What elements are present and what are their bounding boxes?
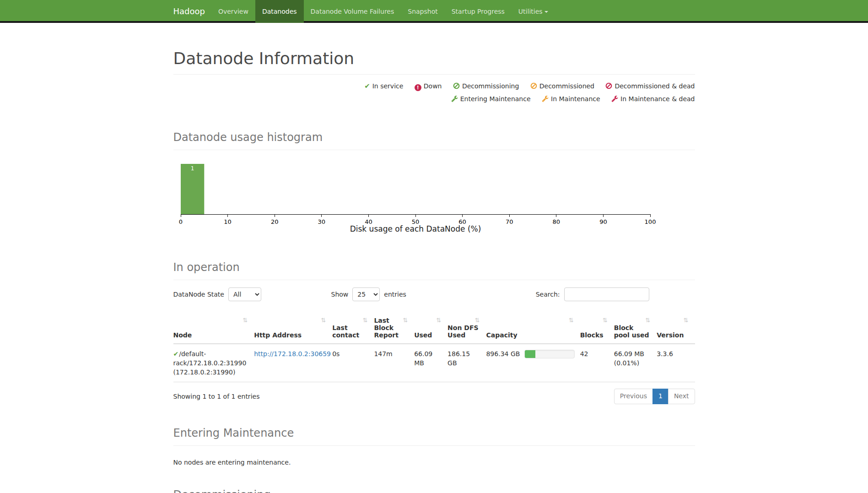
column-header-capacity[interactable]: Capacity⇅ bbox=[486, 313, 580, 344]
svg-text:30: 30 bbox=[318, 218, 325, 225]
page-length-select[interactable]: 25 bbox=[352, 287, 380, 301]
next-page-button[interactable]: Next bbox=[668, 389, 695, 404]
sort-icon[interactable]: ⇅ bbox=[569, 317, 574, 324]
capacity-cell: 896.34 GB bbox=[486, 344, 580, 382]
table-info: Showing 1 to 1 of 1 entries bbox=[173, 393, 260, 400]
column-header-used[interactable]: Used⇅ bbox=[414, 313, 447, 344]
sort-icon[interactable]: ⇅ bbox=[475, 317, 480, 324]
nav-item-startup-progress[interactable]: Startup Progress bbox=[445, 0, 512, 23]
in-operation-section-header: In operation bbox=[173, 261, 695, 280]
svg-text:100: 100 bbox=[644, 218, 656, 225]
legend-decommissioning: Decommissioning bbox=[453, 82, 521, 90]
histogram-axis-title: Disk usage of each DataNode (%) bbox=[350, 224, 481, 233]
column-header-version[interactable]: Version⇅ bbox=[657, 313, 695, 344]
datanodes-table: Node⇅ Http Address⇅ Last contact⇅ Last B… bbox=[173, 313, 695, 383]
svg-text:20: 20 bbox=[270, 218, 278, 225]
nav-item-utilities[interactable]: Utilities bbox=[512, 0, 555, 23]
http-address-link[interactable]: http://172.18.0.2:30659 bbox=[254, 350, 331, 358]
sort-icon[interactable]: ⇅ bbox=[362, 317, 367, 324]
table-row: ✔/default-rack/172.18.0.2:31990 (172.18.… bbox=[173, 344, 695, 382]
show-entries-label: Show bbox=[331, 291, 349, 298]
nav-item-snapshot[interactable]: Snapshot bbox=[401, 0, 444, 23]
wrench-icon bbox=[451, 94, 458, 106]
legend-down: !Down bbox=[415, 82, 444, 90]
brand-hadoop[interactable]: Hadoop bbox=[173, 0, 211, 23]
nav-menu: Overview Datanodes Datanode Volume Failu… bbox=[211, 0, 555, 23]
navbar: Hadoop Overview Datanodes Datanode Volum… bbox=[0, 0, 868, 23]
previous-page-button[interactable]: Previous bbox=[614, 389, 653, 404]
page-header: Datanode Information bbox=[173, 49, 695, 75]
entering-maintenance-empty-text: No nodes are entering maintenance. bbox=[173, 459, 695, 466]
column-header-block-pool-used[interactable]: Block pool used⇅ bbox=[614, 313, 657, 344]
histogram-section-header: Datanode usage histogram bbox=[173, 131, 695, 150]
entering-maintenance-heading: Entering Maintenance bbox=[173, 427, 695, 440]
entries-label: entries bbox=[384, 291, 406, 298]
histogram-svg: 1 0 10 20 30 40 50 60 70 80 90 100 Disk … bbox=[173, 156, 658, 234]
svg-text:0: 0 bbox=[178, 218, 182, 225]
wrench-icon bbox=[542, 94, 549, 106]
svg-text:80: 80 bbox=[552, 218, 560, 225]
column-header-non-dfs-used[interactable]: Non DFS Used⇅ bbox=[447, 313, 486, 344]
histogram-x-axis: 0 10 20 30 40 50 60 70 80 90 100 bbox=[178, 214, 656, 225]
sort-icon[interactable]: ⇅ bbox=[684, 317, 689, 324]
search-input[interactable] bbox=[564, 287, 649, 301]
histogram-bar-label: 1 bbox=[190, 165, 194, 172]
capacity-progress-bar bbox=[524, 350, 574, 358]
nav-item-overview[interactable]: Overview bbox=[211, 0, 255, 23]
version-cell: 3.3.6 bbox=[657, 344, 695, 382]
nav-item-datanodes[interactable]: Datanodes bbox=[255, 0, 304, 23]
non-dfs-used-cell: 186.15 GB bbox=[447, 344, 486, 382]
ban-icon bbox=[530, 81, 537, 93]
legend-decommissioned: Decommissioned bbox=[530, 82, 597, 90]
sort-icon[interactable]: ⇅ bbox=[436, 317, 441, 324]
column-header-blocks[interactable]: Blocks⇅ bbox=[580, 313, 614, 344]
last-contact-cell: 0s bbox=[332, 344, 374, 382]
svg-text:10: 10 bbox=[224, 218, 232, 225]
decommissioning-heading: Decommissioning bbox=[173, 489, 695, 493]
datanode-state-select[interactable]: All bbox=[228, 287, 261, 301]
legend-decommissioned-dead: Decommissioned & dead bbox=[605, 82, 695, 90]
decommissioning-section-header: Decommissioning bbox=[173, 489, 695, 493]
entering-maintenance-section-header: Entering Maintenance bbox=[173, 427, 695, 446]
table-controls: DataNode State All Show 25 entries Searc… bbox=[173, 287, 695, 304]
node-cell: ✔/default-rack/172.18.0.2:31990 (172.18.… bbox=[173, 344, 254, 382]
column-header-node[interactable]: Node⇅ bbox=[173, 313, 254, 344]
sort-icon[interactable]: ⇅ bbox=[603, 317, 608, 324]
check-icon: ✔ bbox=[364, 80, 370, 92]
page-1-button[interactable]: 1 bbox=[652, 389, 669, 404]
datanode-usage-histogram: 1 0 10 20 30 40 50 60 70 80 90 100 Disk … bbox=[173, 156, 695, 236]
wrench-icon bbox=[611, 94, 618, 106]
column-header-last-contact[interactable]: Last contact⇅ bbox=[332, 313, 374, 344]
pagination: Previous 1 Next bbox=[614, 389, 695, 404]
ban-icon bbox=[453, 81, 460, 93]
table-header-row: Node⇅ Http Address⇅ Last contact⇅ Last B… bbox=[173, 313, 695, 344]
exclamation-circle-icon: ! bbox=[415, 84, 421, 91]
legend-in-maintenance: In Maintenance bbox=[542, 95, 602, 103]
legend-in-service: ✔In service bbox=[364, 82, 405, 90]
search-label: Search: bbox=[536, 291, 560, 298]
last-block-report-cell: 147m bbox=[374, 344, 414, 382]
sort-icon[interactable]: ⇅ bbox=[243, 317, 248, 324]
sort-icon[interactable]: ⇅ bbox=[321, 317, 326, 324]
chevron-down-icon bbox=[545, 11, 548, 13]
node-state-legend: ✔In service !Down Decommissioning Decomm… bbox=[173, 80, 695, 106]
block-pool-used-cell: 66.09 MB (0.01%) bbox=[614, 344, 657, 382]
svg-text:70: 70 bbox=[505, 218, 513, 225]
page-title: Datanode Information bbox=[173, 49, 695, 68]
sort-icon[interactable]: ⇅ bbox=[403, 317, 408, 324]
ban-icon bbox=[605, 81, 612, 93]
legend-in-maintenance-dead: In Maintenance & dead bbox=[611, 95, 695, 103]
blocks-cell: 42 bbox=[580, 344, 614, 382]
capacity-progress-fill bbox=[525, 350, 535, 358]
column-header-http-address[interactable]: Http Address⇅ bbox=[254, 313, 332, 344]
in-operation-heading: In operation bbox=[173, 261, 695, 274]
legend-entering-maintenance: Entering Maintenance bbox=[451, 95, 533, 103]
svg-text:90: 90 bbox=[599, 218, 607, 225]
check-icon: ✔ bbox=[173, 350, 179, 358]
sort-icon[interactable]: ⇅ bbox=[645, 317, 650, 324]
used-cell: 66.09 MB bbox=[414, 344, 447, 382]
nav-item-datanode-volume-failures[interactable]: Datanode Volume Failures bbox=[304, 0, 401, 23]
column-header-last-block-report[interactable]: Last Block Report⇅ bbox=[374, 313, 414, 344]
http-address-cell: http://172.18.0.2:30659 bbox=[254, 344, 332, 382]
datanode-state-label: DataNode State bbox=[173, 291, 224, 298]
